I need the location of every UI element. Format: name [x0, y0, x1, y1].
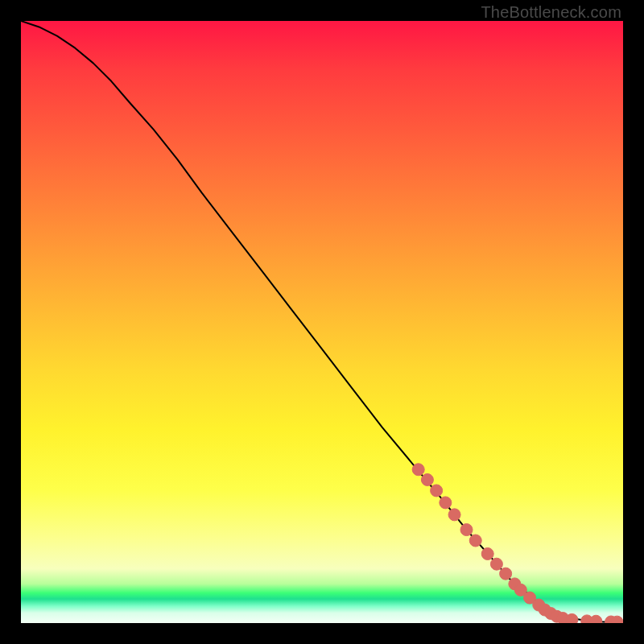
highlight-dot: [590, 615, 602, 623]
highlight-dot: [581, 615, 593, 623]
highlight-dot: [551, 610, 563, 622]
chart-overlay: [21, 21, 623, 623]
plot-area: [21, 21, 623, 623]
chart-frame: TheBottleneck.com: [0, 0, 644, 644]
highlight-dot: [514, 584, 526, 596]
highlight-dot: [611, 616, 623, 623]
highlight-dot: [500, 568, 512, 580]
highlight-dot: [460, 524, 473, 536]
highlight-dot: [605, 616, 617, 623]
highlight-dot: [533, 599, 545, 611]
dots-group: [412, 464, 623, 623]
highlight-dot: [545, 608, 557, 620]
highlight-dot: [481, 547, 493, 559]
highlight-dot: [509, 578, 521, 590]
watermark-text: TheBottleneck.com: [481, 3, 621, 22]
highlight-dot: [440, 497, 452, 509]
curve-line: [21, 21, 623, 622]
highlight-dot: [557, 613, 569, 623]
highlight-dot: [539, 604, 551, 616]
highlight-dot: [524, 592, 536, 604]
highlight-dot: [412, 464, 424, 476]
highlight-dot: [448, 509, 460, 521]
highlight-dot: [566, 613, 578, 623]
highlight-dot: [431, 485, 443, 497]
highlight-dot: [421, 473, 433, 485]
highlight-dot: [490, 558, 502, 570]
highlight-dot: [469, 535, 481, 547]
